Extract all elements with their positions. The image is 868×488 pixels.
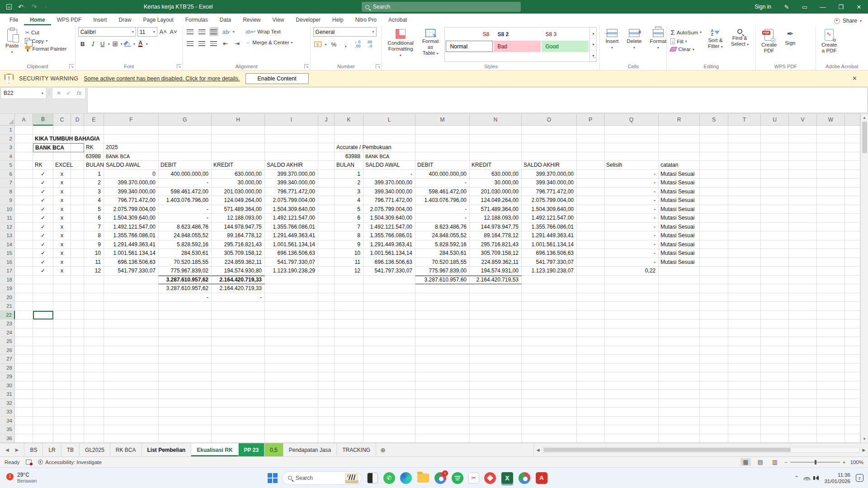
- cell-M23[interactable]: [415, 319, 470, 328]
- cell-W19[interactable]: [817, 284, 845, 293]
- cell-B28[interactable]: [33, 364, 53, 373]
- cell-B29[interactable]: [33, 372, 53, 381]
- cell-Q30[interactable]: [604, 381, 659, 390]
- cell-x10[interactable]: [845, 205, 860, 214]
- cell-H27[interactable]: [212, 355, 265, 364]
- cell-F22[interactable]: [104, 311, 159, 320]
- cell-A33[interactable]: [15, 408, 33, 417]
- cell-P34[interactable]: [577, 417, 604, 426]
- cell-C28[interactable]: [53, 364, 71, 373]
- cell-K10[interactable]: 5: [335, 205, 363, 214]
- cell-H1[interactable]: [212, 126, 265, 135]
- cell-T35[interactable]: [728, 425, 761, 434]
- cell-A25[interactable]: [15, 337, 33, 346]
- cell-R21[interactable]: [659, 302, 700, 311]
- cell-H24[interactable]: [212, 328, 265, 338]
- close-button[interactable]: ✕: [850, 0, 868, 14]
- cell-U19[interactable]: [761, 284, 789, 293]
- cell-A36[interactable]: [15, 434, 33, 443]
- cell-V30[interactable]: [789, 381, 817, 390]
- cell-Q6[interactable]: -: [604, 170, 659, 179]
- cell-K7[interactable]: 2: [335, 178, 363, 188]
- cell-W12[interactable]: [817, 223, 845, 232]
- cell-L36[interactable]: [363, 434, 415, 443]
- sheet-tab-bs[interactable]: BS: [24, 443, 43, 456]
- cell-W28[interactable]: [817, 364, 845, 373]
- cell-M20[interactable]: [415, 293, 470, 302]
- cell-B34[interactable]: [33, 417, 53, 426]
- format-cells-button[interactable]: Format▾: [647, 27, 669, 62]
- cell-H35[interactable]: [212, 425, 265, 434]
- ribbon-tab-page-layout[interactable]: Page Layout: [137, 15, 179, 25]
- cell-D4[interactable]: [71, 152, 84, 161]
- cell-Q17[interactable]: 0,22: [604, 267, 659, 276]
- cell-F20[interactable]: [104, 293, 159, 302]
- cell-F9[interactable]: 796.771.472,00: [104, 196, 159, 205]
- cell-O24[interactable]: [522, 328, 577, 338]
- column-header-partial[interactable]: [845, 114, 860, 126]
- cell-B30[interactable]: [33, 381, 53, 390]
- cell-P3[interactable]: [577, 143, 604, 152]
- cell-D18[interactable]: [71, 276, 84, 285]
- cell-O11[interactable]: 1.492.121.547,00: [522, 214, 577, 223]
- cell-B15[interactable]: ✓: [33, 249, 53, 258]
- row-header-31[interactable]: 31: [0, 390, 15, 399]
- chrome-profile-icon[interactable]: [518, 472, 531, 484]
- clock[interactable]: 11:36 31/01/2026: [824, 472, 850, 484]
- cell-J27[interactable]: [318, 355, 335, 364]
- style-s8-3[interactable]: S8 3: [542, 28, 589, 40]
- notification-bell-icon[interactable]: z: [856, 474, 863, 482]
- cell-E12[interactable]: 7: [84, 223, 104, 232]
- cell-J22[interactable]: [318, 311, 335, 320]
- cell-P15[interactable]: [577, 249, 604, 258]
- cell-O28[interactable]: [522, 364, 577, 373]
- cell-N18[interactable]: 2.164.420.719,53: [470, 276, 522, 285]
- cell-I3[interactable]: [265, 143, 318, 152]
- cell-P10[interactable]: [577, 205, 604, 214]
- wrap-text-button[interactable]: ab↩Wrap Text: [245, 28, 294, 35]
- cell-V20[interactable]: [789, 293, 817, 302]
- cell-O12[interactable]: 1.355.766.086,01: [522, 223, 577, 232]
- style-s8[interactable]: S8: [446, 28, 493, 40]
- cell-x3[interactable]: [845, 143, 860, 152]
- cell-L24[interactable]: [363, 328, 415, 338]
- cell-E4[interactable]: 63988: [84, 152, 104, 161]
- cell-R22[interactable]: [659, 311, 700, 320]
- cell-V1[interactable]: [789, 126, 817, 135]
- cell-C14[interactable]: x: [53, 240, 71, 249]
- cell-P20[interactable]: [577, 293, 604, 302]
- cell-P28[interactable]: [577, 364, 604, 373]
- cell-C12[interactable]: x: [53, 223, 71, 232]
- cell-Q19[interactable]: [604, 284, 659, 293]
- cell-V21[interactable]: [789, 302, 817, 311]
- cell-G15[interactable]: 284.530,61: [159, 249, 212, 258]
- cell-J19[interactable]: [318, 284, 335, 293]
- cell-S31[interactable]: [700, 390, 728, 399]
- cell-S28[interactable]: [700, 364, 728, 373]
- cell-A6[interactable]: [15, 170, 33, 179]
- ribbon-tab-formulas[interactable]: Formulas: [179, 15, 214, 25]
- cell-P24[interactable]: [577, 328, 604, 338]
- cell-C31[interactable]: [53, 390, 71, 399]
- cell-x17[interactable]: [845, 267, 860, 276]
- row-header-3[interactable]: 3: [0, 143, 15, 152]
- cell-J12[interactable]: [318, 223, 335, 232]
- cell-Q11[interactable]: -: [604, 214, 659, 223]
- cell-C27[interactable]: [53, 355, 71, 364]
- delete-cells-button[interactable]: × Delete▾: [624, 27, 644, 62]
- cell-N10[interactable]: 571.489.364,00: [470, 205, 522, 214]
- cell-W24[interactable]: [817, 328, 845, 338]
- cell-P13[interactable]: [577, 231, 604, 240]
- ribbon-tab-review[interactable]: Review: [237, 15, 266, 25]
- hscroll-left-icon[interactable]: ◀: [534, 448, 542, 452]
- cell-O27[interactable]: [522, 355, 577, 364]
- underline-button[interactable]: U: [98, 39, 107, 48]
- cell-I21[interactable]: [265, 302, 318, 311]
- cell-S10[interactable]: [700, 205, 728, 214]
- cell-D33[interactable]: [71, 408, 84, 417]
- cell-C30[interactable]: [53, 381, 71, 390]
- cell-R34[interactable]: [659, 417, 700, 426]
- cell-Q7[interactable]: -: [604, 178, 659, 188]
- cell-E20[interactable]: [84, 293, 104, 302]
- zoom-thumb[interactable]: [815, 460, 816, 465]
